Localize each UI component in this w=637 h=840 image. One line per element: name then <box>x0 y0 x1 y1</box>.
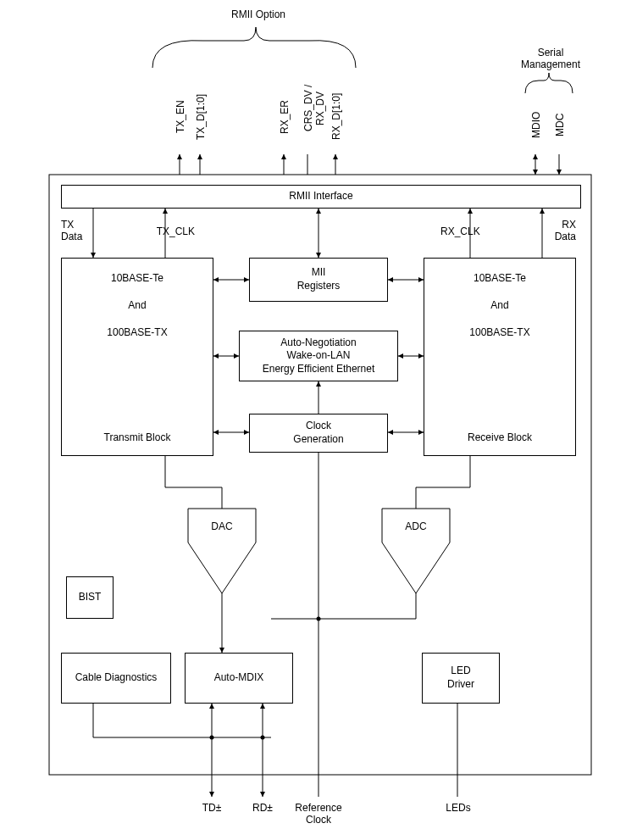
mii-registers-label: MII Registers <box>297 266 341 292</box>
rmii-interface-label: RMII Interface <box>289 190 352 203</box>
dac-label: DAC <box>188 520 256 532</box>
an-wol-eee-block: Auto-Negotiation Wake-on-LAN Energy Effi… <box>239 331 398 381</box>
tx-line4: Transmit Block <box>104 431 171 443</box>
tx-clk-label: TX_CLK <box>136 225 195 237</box>
signal-mdio: MDIO <box>530 102 542 148</box>
tx-line2: And <box>128 299 146 311</box>
bist-block: BIST <box>66 576 114 619</box>
auto-mdix-label: Auto-MDIX <box>214 671 264 685</box>
signal-tx-d: TX_D[1:0] <box>195 85 207 148</box>
auto-mdix-block: Auto-MDIX <box>185 653 293 704</box>
svg-point-25 <box>261 736 265 740</box>
cable-diagnostics-block: Cable Diagnostics <box>61 653 171 704</box>
tx-line3: 100BASE-TX <box>107 326 167 338</box>
bist-label: BIST <box>79 591 102 604</box>
rx-clk-label: RX_CLK <box>440 225 500 237</box>
rx-data-label: RX Data <box>542 219 576 243</box>
rd-label: RD± <box>244 802 281 814</box>
clock-generation-block: Clock Generation <box>249 414 388 453</box>
adc-label: ADC <box>382 520 450 532</box>
signal-tx-en: TX_EN <box>174 85 186 148</box>
rx-line3: 100BASE-TX <box>469 326 529 338</box>
signal-mdc: MDC <box>554 102 566 148</box>
led-driver-block: LED Driver <box>422 653 500 704</box>
rx-line4: Receive Block <box>468 431 532 443</box>
transmit-block: 10BASE-Te And 100BASE-TX Transmit Block <box>61 258 213 456</box>
tx-line1: 10BASE-Te <box>111 272 163 284</box>
tx-data-label: TX Data <box>61 219 95 243</box>
svg-point-24 <box>210 736 214 740</box>
led-driver-label: LED Driver <box>447 665 474 691</box>
signal-rx-er: RX_ER <box>279 85 291 148</box>
td-label: TD± <box>193 802 230 814</box>
signal-crs-dv: CRS_DV / RX_DV <box>302 68 326 148</box>
rmii-interface-block: RMII Interface <box>61 185 581 209</box>
clock-generation-label: Clock Generation <box>293 420 343 446</box>
signal-rx-d: RX_D[1:0] <box>330 85 342 148</box>
cable-diagnostics-label: Cable Diagnostics <box>75 671 158 685</box>
an-wol-eee-label: Auto-Negotiation Wake-on-LAN Energy Effi… <box>263 337 375 376</box>
mii-registers-block: MII Registers <box>249 258 388 302</box>
receive-block: 10BASE-Te And 100BASE-TX Receive Block <box>424 258 576 456</box>
rx-line1: 10BASE-Te <box>474 272 526 284</box>
leds-label: LEDs <box>437 802 479 814</box>
rx-line2: And <box>490 299 508 311</box>
reference-clock-label: Reference Clock <box>288 802 349 826</box>
